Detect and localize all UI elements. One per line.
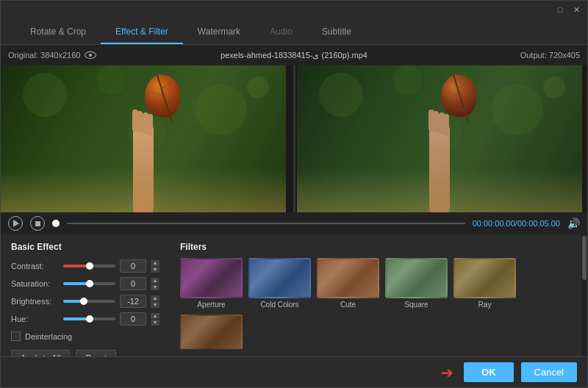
close-button[interactable]: ✕ [571,4,581,15]
hue-label: Hue: [11,315,59,323]
tab-effect-filter[interactable]: Effect & Filter [101,21,183,44]
bottom-panel: Basic Effect Contrast: ▲ ▼ Saturation: [1,234,587,356]
saturation-label: Saturation: [11,279,59,288]
tab-rotate-crop[interactable]: Rotate & Crop [15,21,101,44]
contrast-input[interactable] [120,259,146,273]
filters-grid: Aperture Cold Colors Cute Square Ray [180,258,571,349]
hue-row: Hue: ▲ ▼ [11,312,159,326]
brightness-thumb[interactable] [80,298,87,305]
brightness-label: Brightness: [11,297,59,306]
time-display: 00:00:00.00/00:00:05.00 [473,219,560,228]
filter-label-cute: Cute [340,301,356,309]
footer: ➔ OK Cancel [1,356,587,387]
hue-thumb[interactable] [86,315,93,323]
scrollbar-track[interactable] [581,234,587,356]
progress-indicator[interactable] [52,220,60,227]
deinterlacing-row: Deinterlacing [11,331,159,341]
saturation-thumb[interactable] [86,280,93,287]
saturation-down[interactable]: ▼ [151,284,159,290]
cancel-button[interactable]: Cancel [521,362,577,382]
hue-input[interactable] [120,312,146,326]
window-controls: □ ✕ [555,4,581,15]
filter-item-aperture[interactable]: Aperture [180,258,243,309]
hue-up[interactable]: ▲ [151,313,159,319]
deinterlacing-checkbox[interactable] [11,331,21,341]
contrast-thumb[interactable] [86,262,93,270]
preview-divider [293,65,295,212]
apply-all-button[interactable]: Apply to All [11,350,70,356]
tab-bar: Rotate & Crop Effect & Filter Watermark … [1,18,587,45]
stop-button[interactable] [30,216,45,231]
info-left: Original: 3840x2160 [8,51,96,60]
preview-original [1,65,292,212]
brightness-down[interactable]: ▼ [151,302,159,308]
output-resolution: Output: 720x405 [520,51,580,60]
contrast-row: Contrast: ▲ ▼ [11,259,159,273]
eye-icon[interactable] [85,51,96,59]
filter-item-square[interactable]: Square [385,258,448,309]
brightness-up[interactable]: ▲ [151,295,159,301]
brightness-spinners: ▲ ▼ [151,295,159,308]
reset-button[interactable]: Reset [76,350,116,356]
basic-effect-panel: Basic Effect Contrast: ▲ ▼ Saturation: [1,234,170,356]
filter-item-cold-colors[interactable]: Cold Colors [248,258,311,309]
main-window: □ ✕ Rotate & Crop Effect & Filter Waterm… [0,0,588,388]
right-side: Filters Aperture Cold Colors Cute Square… [170,234,587,356]
filter-label-aperture: Aperture [197,301,225,309]
preview-canvas-right [297,65,582,212]
scrollbar-thumb[interactable] [582,236,587,280]
volume-icon[interactable]: 🔊 [567,218,580,229]
filter-thumb-square [385,258,448,298]
minimize-button[interactable]: □ [555,4,565,15]
preview-output [297,65,588,212]
play-button[interactable] [8,216,23,231]
filename-display: pexels-ahmed-ى-18338415 (2160p).mp4 [220,51,368,60]
tab-watermark[interactable]: Watermark [183,21,255,44]
saturation-spinners: ▲ ▼ [151,278,159,290]
filter-label-square: Square [404,301,428,309]
hue-slider[interactable] [63,317,115,320]
filter-thumb-cold-colors [248,258,311,298]
contrast-down[interactable]: ▼ [151,267,159,273]
title-bar: □ ✕ [1,1,587,18]
hue-down[interactable]: ▼ [151,320,159,326]
action-buttons: Apply to All Reset [11,350,159,356]
preview-area [1,65,587,212]
ok-button[interactable]: OK [464,362,514,382]
saturation-input[interactable] [120,277,146,290]
brightness-input[interactable] [120,295,146,308]
filter-thumb-extra [180,315,243,349]
progress-bar[interactable] [67,223,465,224]
saturation-slider[interactable] [63,282,115,285]
filter-label-ray: Ray [478,301,492,309]
contrast-up[interactable]: ▲ [151,260,159,266]
original-resolution: Original: 3840x2160 [8,51,80,60]
brightness-slider[interactable] [63,300,115,303]
filter-item-cute[interactable]: Cute [317,258,379,309]
brightness-row: Brightness: ▲ ▼ [11,295,159,308]
tab-subtitle[interactable]: Subtitle [307,21,366,44]
stop-icon [35,221,40,226]
saturation-up[interactable]: ▲ [151,278,159,284]
saturation-row: Saturation: ▲ ▼ [11,277,159,290]
filter-label-cold-colors: Cold Colors [260,301,298,309]
filter-thumb-aperture [180,258,243,298]
deinterlacing-label: Deinterlacing [25,332,72,341]
tab-audio: Audio [255,21,307,44]
filter-thumb-cute [317,258,379,298]
info-bar: Original: 3840x2160 pexels-ahmed-ى-18338… [1,45,587,65]
play-icon [13,220,19,227]
controls-bar: 00:00:00.00/00:00:05.00 🔊 [1,212,587,234]
contrast-label: Contrast: [11,262,59,270]
basic-effect-title: Basic Effect [11,242,159,252]
filters-title: Filters [180,242,571,252]
filter-item-ray[interactable]: Ray [453,258,516,309]
filters-panel: Filters Aperture Cold Colors Cute Square… [170,234,581,356]
arrow-right-icon: ➔ [441,364,453,381]
filter-item-extra[interactable] [180,315,243,349]
contrast-slider[interactable] [63,265,115,267]
hue-spinners: ▲ ▼ [151,313,159,326]
filter-thumb-ray [453,258,516,298]
preview-canvas-left [1,65,286,212]
contrast-spinners: ▲ ▼ [151,260,159,273]
